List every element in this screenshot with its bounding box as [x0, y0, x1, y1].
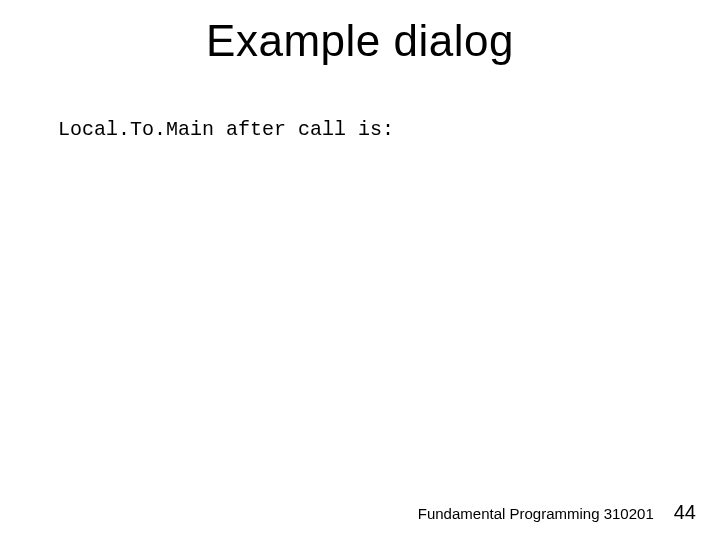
footer-course-label: Fundamental Programming 310201 — [418, 505, 654, 522]
footer-page-number: 44 — [674, 501, 696, 524]
slide-title: Example dialog — [0, 16, 720, 66]
slide-footer: Fundamental Programming 310201 44 — [418, 501, 696, 524]
slide: Example dialog Local.To.Main after call … — [0, 0, 720, 540]
slide-body-text: Local.To.Main after call is: — [58, 118, 394, 141]
